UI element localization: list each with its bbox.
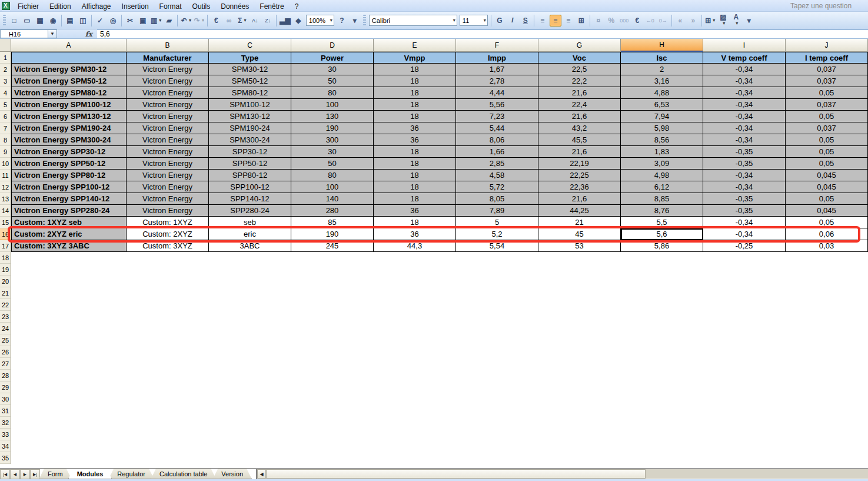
permission-icon[interactable]: ◉: [47, 15, 59, 26]
cell-E5[interactable]: 18: [374, 99, 456, 111]
cell-B15[interactable]: Custom: 1XYZ: [127, 217, 209, 228]
dropdown-arrow-icon[interactable]: ▾: [202, 18, 204, 23]
cell-G12[interactable]: 22,36: [538, 181, 621, 193]
cell-H6[interactable]: 7,94: [621, 111, 703, 122]
dropdown-arrow-icon[interactable]: ▾: [736, 21, 738, 26]
cell-G2[interactable]: 22,5: [538, 64, 621, 75]
cell-A3[interactable]: Victron Energy SPM50-12: [11, 75, 127, 87]
cell-F5[interactable]: 5,56: [456, 99, 538, 111]
cell-E6[interactable]: 18: [374, 111, 456, 122]
increase-indent-button[interactable]: »: [687, 15, 699, 26]
cell-C10[interactable]: SPP50-12: [209, 158, 291, 170]
cell-B8[interactable]: Victron Energy: [127, 134, 209, 146]
empty-cells-area[interactable]: [11, 323, 868, 334]
row-header-32[interactable]: 32: [0, 417, 11, 429]
cell-G14[interactable]: 44,25: [538, 205, 621, 217]
cell-G3[interactable]: 22,2: [538, 75, 621, 87]
font-color-button[interactable]: A▾: [730, 15, 742, 26]
cell-G9[interactable]: 21,6: [538, 146, 621, 158]
empty-cells-area[interactable]: [11, 287, 868, 299]
dropdown-arrow-icon[interactable]: ▾: [330, 18, 332, 23]
cell-H12[interactable]: 6,12: [621, 181, 703, 193]
cell-A6[interactable]: Victron Energy SPM130-12: [11, 111, 127, 122]
cell-D9[interactable]: 30: [291, 146, 374, 158]
cell-D1[interactable]: Power: [291, 52, 374, 64]
cell-H10[interactable]: 3,09: [621, 158, 703, 170]
borders-button[interactable]: ⊞▾: [704, 15, 716, 26]
cell-C8[interactable]: SPM300-24: [209, 134, 291, 146]
cell-D13[interactable]: 140: [291, 193, 374, 205]
row-header-25[interactable]: 25: [0, 334, 11, 346]
cell-E17[interactable]: 44,3: [374, 240, 456, 252]
empty-cells-area[interactable]: [11, 311, 868, 323]
name-box[interactable]: H16: [0, 29, 48, 38]
row-header-8[interactable]: 8: [0, 134, 11, 146]
cell-B16[interactable]: Custom: 2XYZ: [127, 228, 209, 240]
cell-J8[interactable]: 0,05: [786, 134, 868, 146]
row-header-1[interactable]: 1: [0, 52, 11, 64]
bold-button[interactable]: G: [494, 15, 505, 26]
cell-A15[interactable]: Custom: 1XYZ seb: [11, 217, 127, 228]
cell-I4[interactable]: -0,34: [703, 87, 786, 99]
empty-cells-area[interactable]: [11, 405, 868, 417]
cell-H13[interactable]: 8,85: [621, 193, 703, 205]
hyperlink-icon[interactable]: ∞: [223, 15, 235, 26]
row-header-9[interactable]: 9: [0, 146, 11, 158]
dropdown-arrow-icon[interactable]: ▾: [159, 18, 161, 23]
cell-A8[interactable]: Victron Energy SPM300-24: [11, 134, 127, 146]
row-header-7[interactable]: 7: [0, 122, 11, 134]
column-header-D[interactable]: D: [291, 39, 374, 52]
cell-I8[interactable]: -0,34: [703, 134, 786, 146]
cell-G7[interactable]: 43,2: [538, 122, 621, 134]
type-question-box[interactable]: Tapez une question: [790, 2, 868, 10]
cell-J2[interactable]: 0,037: [786, 64, 868, 75]
empty-cells-area[interactable]: [11, 429, 868, 440]
column-header-A[interactable]: A: [11, 39, 127, 52]
undo-icon[interactable]: ↶▾: [180, 15, 192, 26]
formula-input[interactable]: 5,6: [97, 29, 868, 38]
cell-C2[interactable]: SPM30-12: [209, 64, 291, 75]
cell-J10[interactable]: 0,05: [786, 158, 868, 170]
cell-E8[interactable]: 36: [374, 134, 456, 146]
empty-cells-area[interactable]: [11, 393, 868, 405]
cell-D7[interactable]: 190: [291, 122, 374, 134]
toolbar-options-icon[interactable]: ▾: [743, 15, 755, 26]
cell-B13[interactable]: Victron Energy: [127, 193, 209, 205]
cell-B4[interactable]: Victron Energy: [127, 87, 209, 99]
spellcheck-icon[interactable]: ✓: [94, 15, 106, 26]
cell-J6[interactable]: 0,05: [786, 111, 868, 122]
cell-D17[interactable]: 245: [291, 240, 374, 252]
cell-F7[interactable]: 5,44: [456, 122, 538, 134]
cell-B9[interactable]: Victron Energy: [127, 146, 209, 158]
tab-version[interactable]: Version: [212, 469, 252, 479]
font-size-combo[interactable]: 11▾: [460, 15, 488, 26]
row-header-12[interactable]: 12: [0, 181, 11, 193]
cell-G6[interactable]: 21,6: [538, 111, 621, 122]
menu-outils[interactable]: Outils: [187, 1, 216, 12]
cell-B7[interactable]: Victron Energy: [127, 122, 209, 134]
cell-C5[interactable]: SPM100-12: [209, 99, 291, 111]
cell-B11[interactable]: Victron Energy: [127, 170, 209, 181]
row-header-26[interactable]: 26: [0, 346, 11, 358]
underline-button[interactable]: S: [520, 15, 531, 26]
cell-G4[interactable]: 21,6: [538, 87, 621, 99]
column-header-B[interactable]: B: [127, 39, 209, 52]
cell-A12[interactable]: Victron Energy SPP100-12: [11, 181, 127, 193]
next-sheet-button[interactable]: ▶: [20, 469, 30, 479]
cell-B17[interactable]: Custom: 3XYZ: [127, 240, 209, 252]
name-box-dropdown-icon[interactable]: ▼: [48, 29, 57, 38]
cell-B3[interactable]: Victron Energy: [127, 75, 209, 87]
cell-E3[interactable]: 18: [374, 75, 456, 87]
cell-F12[interactable]: 5,72: [456, 181, 538, 193]
dropdown-arrow-icon[interactable]: ▾: [713, 18, 715, 23]
dropdown-arrow-icon[interactable]: ▾: [453, 18, 455, 23]
cell-F8[interactable]: 8,06: [456, 134, 538, 146]
cell-C16[interactable]: eric: [209, 228, 291, 240]
cell-J14[interactable]: 0,045: [786, 205, 868, 217]
row-header-31[interactable]: 31: [0, 405, 11, 417]
cell-J13[interactable]: 0,05: [786, 193, 868, 205]
cell-I9[interactable]: -0,35: [703, 146, 786, 158]
cell-F14[interactable]: 7,89: [456, 205, 538, 217]
save-icon[interactable]: ▦: [34, 15, 46, 26]
cell-C15[interactable]: seb: [209, 217, 291, 228]
